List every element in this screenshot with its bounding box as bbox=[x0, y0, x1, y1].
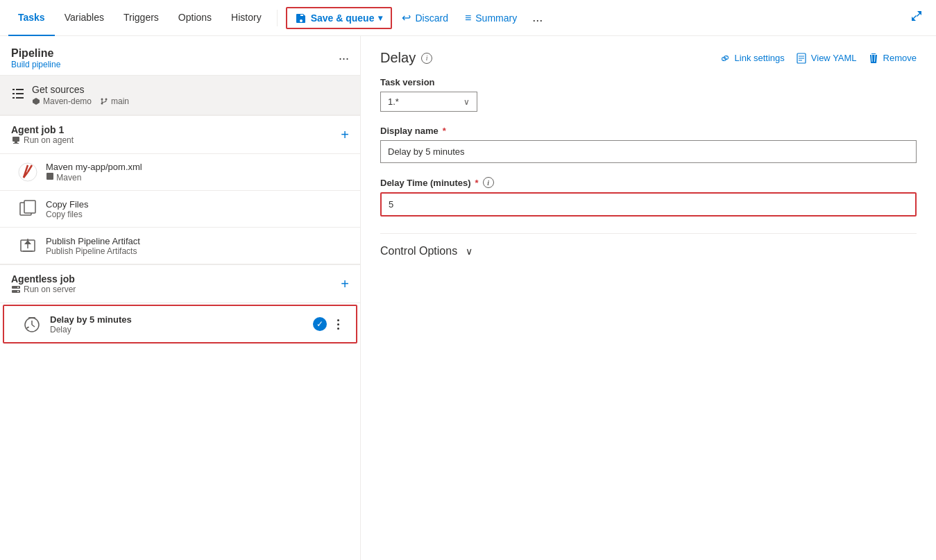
task-title-info-icon[interactable]: i bbox=[421, 53, 432, 64]
copy-files-task-item[interactable]: Copy Files Copy files bbox=[0, 191, 360, 228]
delay-task-name: Delay by 5 minutes bbox=[50, 314, 306, 325]
link-settings-button[interactable]: Link settings bbox=[720, 53, 785, 64]
task-version-select: 1.* ∨ bbox=[380, 92, 917, 112]
add-task-agentless-job-button[interactable]: + bbox=[341, 276, 349, 292]
expand-button[interactable] bbox=[905, 6, 928, 29]
svg-rect-26 bbox=[12, 290, 20, 293]
delay-time-required: * bbox=[475, 178, 479, 188]
display-name-required: * bbox=[443, 126, 446, 136]
dot-2 bbox=[337, 323, 339, 325]
svg-marker-6 bbox=[33, 98, 40, 105]
branch-meta: main bbox=[100, 96, 129, 106]
publish-artifact-task-name: Publish Pipeline Artifact bbox=[46, 236, 349, 246]
svg-rect-25 bbox=[12, 286, 20, 289]
maven-task-info: Maven my-app/pom.xml Maven bbox=[46, 162, 349, 183]
remove-button[interactable]: Remove bbox=[868, 53, 917, 64]
display-name-input[interactable] bbox=[380, 140, 917, 163]
summary-button[interactable]: ≡ Summary bbox=[458, 8, 524, 28]
undo-icon: ↩ bbox=[402, 11, 411, 24]
svg-point-28 bbox=[17, 291, 19, 292]
detail-header-row: Delay i Link settings bbox=[380, 50, 917, 66]
task-version-label: Task version bbox=[380, 77, 917, 87]
maven-task-icon bbox=[17, 161, 39, 183]
repo-icon bbox=[32, 97, 40, 105]
publish-artifact-task-info: Publish Pipeline Artifact Publish Pipeli… bbox=[46, 236, 349, 256]
get-sources-item[interactable]: Get sources Maven-demo bbox=[0, 76, 360, 115]
agent-job-1-info: Agent job 1 Run on agent bbox=[11, 124, 74, 145]
pipeline-subtitle[interactable]: Build pipeline bbox=[11, 60, 60, 69]
svg-rect-20 bbox=[24, 201, 35, 213]
copy-files-task-name: Copy Files bbox=[46, 199, 349, 210]
svg-point-8 bbox=[105, 99, 108, 101]
delay-task-icon bbox=[21, 313, 43, 335]
delay-task-actions: ✓ bbox=[313, 317, 345, 331]
discard-button[interactable]: ↩ Discard bbox=[395, 7, 454, 28]
pipeline-more-button[interactable]: ··· bbox=[339, 51, 349, 66]
save-queue-button[interactable]: Save & queue ▾ bbox=[286, 7, 393, 29]
task-version-dropdown[interactable]: 1.* ∨ bbox=[380, 92, 477, 112]
nav-divider bbox=[277, 10, 278, 26]
trash-icon bbox=[868, 53, 879, 64]
delay-time-input[interactable] bbox=[380, 192, 917, 217]
get-sources-info: Get sources Maven-demo bbox=[32, 84, 349, 106]
detail-task-title: Delay i bbox=[380, 50, 432, 66]
maven-sub-icon bbox=[46, 172, 54, 180]
plus-icon: + bbox=[341, 127, 349, 142]
task-version-row: Task version 1.* ∨ bbox=[380, 77, 917, 112]
delay-time-row: Delay Time (minutes) * i bbox=[380, 177, 917, 217]
svg-rect-13 bbox=[13, 143, 19, 144]
list-icon: ≡ bbox=[465, 12, 471, 24]
svg-rect-32 bbox=[28, 317, 35, 319]
maven-task-name: Maven my-app/pom.xml bbox=[46, 162, 349, 172]
delay-task-item[interactable]: Delay by 5 minutes Delay ✓ bbox=[3, 305, 357, 343]
agent-job-1-header: Agent job 1 Run on agent + bbox=[0, 116, 360, 154]
server-icon bbox=[11, 285, 21, 294]
more-options-button[interactable]: ... bbox=[527, 6, 548, 29]
task-checkmark: ✓ bbox=[313, 317, 327, 331]
svg-point-27 bbox=[17, 287, 19, 288]
tab-triggers[interactable]: Triggers bbox=[114, 0, 169, 36]
control-options-row[interactable]: Control Options ∨ bbox=[380, 233, 917, 257]
agentless-job-header: Agentless job Run on server + bbox=[0, 265, 360, 303]
save-icon bbox=[296, 12, 307, 24]
get-sources-name: Get sources bbox=[32, 84, 349, 95]
tab-history[interactable]: History bbox=[221, 0, 271, 36]
get-sources-meta: Maven-demo main bbox=[32, 96, 349, 106]
svg-rect-5 bbox=[16, 97, 24, 99]
top-nav: Tasks Variables Triggers Options History… bbox=[0, 0, 936, 36]
view-yaml-button[interactable]: View YAML bbox=[796, 53, 857, 64]
agentless-job-name: Agentless job bbox=[11, 273, 76, 285]
add-task-agent-job-1-button[interactable]: + bbox=[341, 127, 349, 143]
maven-task-item[interactable]: Maven my-app/pom.xml Maven bbox=[0, 154, 360, 191]
svg-rect-2 bbox=[12, 93, 15, 94]
delay-task-info: Delay by 5 minutes Delay bbox=[50, 314, 306, 334]
agent-job-1-name: Agent job 1 bbox=[11, 124, 74, 135]
tab-tasks[interactable]: Tasks bbox=[8, 0, 55, 36]
copy-files-task-sub: Copy files bbox=[46, 210, 349, 219]
control-options-label: Control Options bbox=[380, 245, 457, 257]
link-icon bbox=[720, 53, 731, 64]
delay-time-info-icon[interactable]: i bbox=[483, 177, 494, 188]
agentless-job-info: Agentless job Run on server bbox=[11, 273, 76, 294]
agentless-job-sub: Run on server bbox=[11, 285, 76, 294]
agent-job-1-sub: Run on agent bbox=[11, 135, 74, 145]
publish-artifact-task-item[interactable]: Publish Pipeline Artifact Publish Pipeli… bbox=[0, 228, 360, 264]
svg-rect-11 bbox=[12, 137, 19, 142]
right-panel: Delay i Link settings bbox=[361, 36, 936, 560]
svg-rect-12 bbox=[15, 142, 17, 143]
delay-task-sub: Delay bbox=[50, 325, 306, 334]
main-layout: Pipeline Build pipeline ··· Get sources bbox=[0, 36, 936, 560]
delay-time-label: Delay Time (minutes) * i bbox=[380, 177, 917, 188]
copy-files-task-icon bbox=[17, 198, 39, 220]
publish-artifact-task-sub: Publish Pipeline Artifacts bbox=[46, 246, 349, 256]
task-context-menu-button[interactable] bbox=[331, 317, 345, 331]
tab-options[interactable]: Options bbox=[169, 0, 221, 36]
plus-icon-2: + bbox=[341, 276, 349, 291]
tab-variables[interactable]: Variables bbox=[55, 0, 114, 36]
pipeline-header: Pipeline Build pipeline ··· bbox=[0, 36, 360, 76]
display-name-label: Display name * bbox=[380, 126, 917, 136]
copy-files-task-info: Copy Files Copy files bbox=[46, 199, 349, 219]
agent-icon bbox=[11, 135, 21, 145]
branch-icon bbox=[100, 97, 108, 105]
svg-line-31 bbox=[32, 325, 35, 327]
